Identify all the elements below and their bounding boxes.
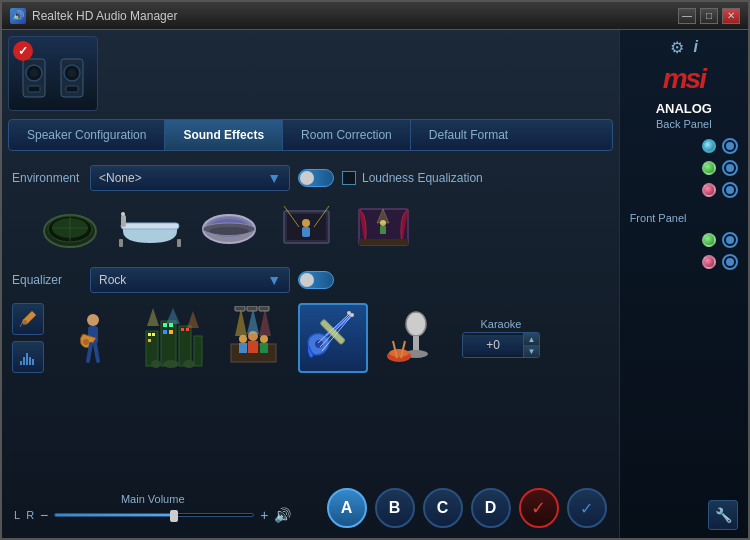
loudness-checkbox-box — [342, 171, 356, 185]
equalizer-label: Equalizer — [12, 273, 82, 287]
eq-preset-stage-lights[interactable] — [218, 303, 288, 373]
jack-row-1 — [626, 138, 742, 154]
preset-c-button[interactable]: C — [423, 488, 463, 528]
svg-rect-48 — [179, 326, 191, 366]
tab-room-correction[interactable]: Room Correction — [283, 120, 411, 150]
action-buttons: A B C D ✓ ✓ — [327, 488, 607, 528]
svg-rect-58 — [186, 328, 189, 331]
maximize-button[interactable]: □ — [700, 8, 718, 24]
svg-point-66 — [239, 335, 247, 343]
jack-ring-2[interactable] — [722, 160, 738, 176]
jack-pink-1[interactable] — [702, 183, 716, 197]
guitar-side-button[interactable] — [12, 303, 44, 335]
svg-point-85 — [406, 312, 426, 336]
svg-point-17 — [121, 212, 125, 216]
cancel-button[interactable]: ✓ — [567, 488, 607, 528]
sound-effects-panel: Environment <None> ▼ Loudness Equalizati… — [8, 161, 613, 484]
svg-point-61 — [183, 360, 195, 368]
volume-plus-icon: + — [260, 507, 268, 523]
eq-preset-karaoke[interactable] — [378, 303, 448, 373]
svg-line-80 — [322, 315, 352, 351]
svg-rect-57 — [181, 328, 184, 331]
volume-slider[interactable] — [54, 513, 254, 517]
svg-point-2 — [30, 69, 38, 77]
svg-point-6 — [68, 69, 76, 77]
stage-icon — [274, 201, 339, 253]
tab-sound-effects[interactable]: Sound Effects — [165, 120, 283, 150]
preset-d-button[interactable]: D — [471, 488, 511, 528]
volume-minus-icon: − — [40, 507, 48, 523]
environment-dropdown[interactable]: <None> ▼ — [90, 165, 290, 191]
svg-rect-51 — [152, 333, 155, 336]
eq-toggle-knob — [300, 273, 314, 287]
environment-toggle[interactable] — [298, 169, 334, 187]
svg-point-34 — [23, 320, 27, 324]
jack-green-1[interactable] — [702, 161, 716, 175]
svg-point-43 — [83, 339, 89, 345]
karaoke-spinbox[interactable]: +0 ▲ ▼ — [462, 332, 540, 358]
svg-rect-56 — [169, 330, 173, 334]
jack-cyan-1[interactable] — [702, 139, 716, 153]
title-controls: — □ ✕ — [678, 8, 740, 24]
spinbox-decrement-button[interactable]: ▼ — [523, 345, 539, 357]
analog-label: ANALOG — [656, 101, 712, 116]
loudness-label: Loudness Equalization — [362, 171, 483, 185]
env-preset-bathtub[interactable] — [115, 201, 185, 253]
svg-marker-63 — [166, 308, 180, 324]
front-panel-label: Front Panel — [626, 212, 687, 224]
svg-rect-30 — [359, 239, 408, 245]
jack-ring-front-2[interactable] — [722, 254, 738, 270]
guitar-strumming-icon — [61, 306, 126, 371]
info-icon[interactable]: i — [694, 38, 698, 57]
minimize-button[interactable]: — — [678, 8, 696, 24]
svg-point-84 — [347, 311, 351, 315]
volume-r-label: R — [26, 509, 34, 521]
guitar-small-icon — [18, 309, 38, 329]
ok-button[interactable]: ✓ — [519, 488, 559, 528]
equalizer-toggle[interactable] — [298, 271, 334, 289]
jack-ring-front-1[interactable] — [722, 232, 738, 248]
main-window: 🔊 Realtek HD Audio Manager — □ ✕ ✓ — [0, 0, 750, 540]
env-preset-stage[interactable] — [274, 201, 339, 253]
toggle-knob — [300, 171, 314, 185]
jack-ring-3[interactable] — [722, 182, 738, 198]
close-button[interactable]: ✕ — [722, 8, 740, 24]
equalizer-row: Equalizer Rock ▼ — [8, 267, 613, 293]
jack-inner-front-2 — [726, 258, 734, 266]
svg-rect-55 — [163, 330, 167, 334]
svg-rect-7 — [66, 86, 78, 92]
eq-dropdown-arrow-icon: ▼ — [267, 272, 281, 288]
svg-rect-13 — [121, 223, 179, 229]
tab-default-format[interactable]: Default Format — [411, 120, 526, 150]
window-title: Realtek HD Audio Manager — [32, 9, 177, 23]
equalizer-dropdown[interactable]: Rock ▼ — [90, 267, 290, 293]
equalizer-presets-row: Karaoke +0 ▲ ▼ — [8, 303, 613, 373]
jack-ring-1[interactable] — [722, 138, 738, 154]
eq-preset-guitar-active[interactable] — [298, 303, 368, 373]
svg-rect-71 — [260, 343, 268, 353]
settings-gear-icon[interactable]: ⚙ — [670, 38, 684, 57]
svg-marker-64 — [187, 311, 199, 328]
env-preset-manhole[interactable] — [38, 201, 103, 253]
eq-preset-guitar-strumming[interactable] — [58, 303, 128, 373]
eq-preset-concert[interactable] — [138, 303, 208, 373]
tab-speaker-configuration[interactable]: Speaker Configuration — [9, 120, 165, 150]
svg-rect-14 — [119, 239, 123, 247]
volume-thumb — [170, 510, 178, 522]
loudness-equalization-checkbox[interactable]: Loudness Equalization — [342, 171, 483, 185]
karaoke-box: Karaoke +0 ▲ ▼ — [462, 318, 540, 358]
jack-front-pink[interactable] — [702, 255, 716, 269]
tools-button[interactable]: 🔧 — [708, 500, 738, 530]
equalizer-bars-button[interactable] — [12, 341, 44, 373]
env-preset-plate[interactable] — [197, 201, 262, 253]
jack-inner-1 — [726, 142, 734, 150]
spinbox-increment-button[interactable]: ▲ — [523, 333, 539, 345]
svg-point-70 — [260, 335, 268, 343]
active-badge: ✓ — [13, 41, 33, 61]
jack-front-green[interactable] — [702, 233, 716, 247]
svg-rect-50 — [148, 333, 151, 336]
preset-a-button[interactable]: A — [327, 488, 367, 528]
eq-side-icons — [12, 303, 44, 373]
preset-b-button[interactable]: B — [375, 488, 415, 528]
env-preset-theater[interactable] — [351, 201, 416, 253]
